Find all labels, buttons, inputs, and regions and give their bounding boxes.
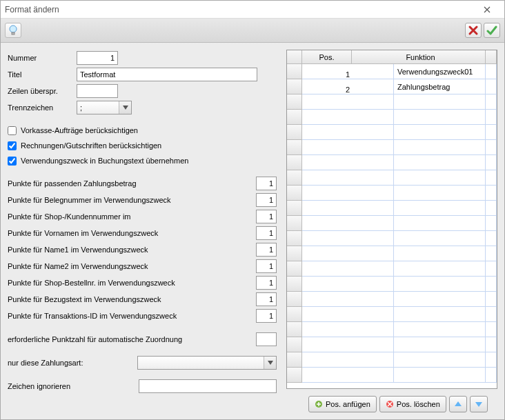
cell-func — [394, 110, 486, 125]
cell-last — [486, 201, 497, 216]
table-row — [287, 292, 497, 307]
cell-func — [394, 368, 486, 383]
table-row — [287, 337, 497, 352]
cell-last — [486, 277, 497, 292]
cell-pos — [302, 307, 394, 322]
row-header — [287, 140, 302, 155]
rechnungen-label: Rechnungen/Gutschriften berücksichtigen — [21, 141, 161, 150]
punkte-label: Punkte für Name1 im Verwendungszweck — [8, 246, 256, 254]
window-close-button[interactable] — [484, 6, 500, 13]
close-icon — [484, 6, 491, 13]
punkte-field[interactable] — [256, 309, 277, 323]
punkte-field[interactable] — [256, 177, 277, 190]
cell-pos[interactable]: 2 — [302, 79, 394, 94]
titel-field[interactable] — [77, 68, 257, 81]
row-header — [287, 110, 302, 125]
cell-func — [394, 186, 486, 201]
vorkasse-checkbox[interactable] — [8, 126, 17, 135]
cancel-button[interactable] — [465, 23, 482, 38]
table-row — [287, 277, 497, 292]
punkte-field[interactable] — [256, 243, 277, 257]
cell-pos — [302, 125, 394, 140]
punkte-list: Punkte für passenden ZahlungsbetragPunkt… — [8, 175, 277, 324]
punkte-row: Punkte für passenden Zahlungsbetrag — [8, 175, 277, 192]
row-header — [287, 170, 302, 186]
ignore-field[interactable] — [139, 379, 277, 393]
col-func-header[interactable]: Funktion — [352, 50, 486, 64]
add-icon — [315, 400, 323, 408]
nummer-field[interactable] — [77, 51, 118, 65]
zeilen-field[interactable] — [77, 84, 118, 98]
req-label: erforderliche Punktzahl für automatische… — [8, 335, 256, 343]
cell-last — [486, 292, 497, 307]
cell-func — [394, 292, 486, 307]
cell-pos — [302, 261, 394, 277]
punkte-label: Punkte für Vornamen im Verwendungszweck — [8, 229, 256, 237]
table-row — [287, 368, 497, 383]
cell-func — [394, 352, 486, 368]
cell-last — [486, 322, 497, 337]
table-row — [287, 231, 497, 246]
table-row — [287, 94, 497, 110]
cell-pos — [302, 322, 394, 337]
punkte-field[interactable] — [256, 210, 277, 223]
move-up-button[interactable] — [449, 396, 467, 412]
cell-pos — [302, 155, 394, 170]
col-pos-header[interactable]: Pos. — [302, 50, 352, 64]
cell-pos[interactable]: 1 — [302, 64, 394, 79]
cell-pos — [302, 231, 394, 246]
cell-last — [486, 352, 497, 368]
cell-func — [394, 125, 486, 140]
punkte-field[interactable] — [256, 259, 277, 273]
pos-append-button[interactable]: Pos. anfügen — [308, 396, 377, 412]
row-header — [287, 337, 302, 352]
pos-delete-button[interactable]: Pos. löschen — [379, 396, 446, 412]
cell-func — [394, 246, 486, 261]
zahlungsart-combo[interactable] — [137, 356, 277, 370]
punkte-field[interactable] — [256, 193, 277, 207]
row-header — [287, 125, 302, 140]
punkte-label: Punkte für Transaktions-ID im Verwendung… — [8, 312, 256, 320]
table-header: Pos. Funktion — [287, 50, 497, 64]
table-row — [287, 201, 497, 216]
row-header — [287, 261, 302, 277]
move-down-button[interactable] — [470, 396, 488, 412]
ok-button[interactable] — [484, 23, 500, 38]
cell-last — [486, 64, 497, 79]
row-header — [287, 201, 302, 216]
table-buttons: Pos. anfügen Pos. löschen — [286, 396, 497, 412]
row-header — [287, 322, 302, 337]
table-row[interactable]: 2Zahlungsbetrag — [287, 79, 497, 94]
hint-button[interactable] — [5, 23, 21, 38]
punkte-label: Punkte für passenden Zahlungsbetrag — [8, 179, 256, 188]
punkte-row: Punkte für Name1 im Verwendungszweck — [8, 241, 277, 258]
zahlungsart-label: nur diese Zahlungsart: — [8, 359, 97, 367]
req-field[interactable] — [256, 332, 277, 346]
row-header[interactable] — [287, 64, 302, 79]
cell-pos — [302, 170, 394, 186]
trenn-combo[interactable]: ; — [77, 101, 132, 114]
table-row — [287, 110, 497, 125]
cell-last — [486, 125, 497, 140]
titel-label: Titel — [8, 70, 77, 79]
punkte-field[interactable] — [256, 226, 277, 240]
arrow-down-icon — [475, 401, 483, 408]
punkte-field[interactable] — [256, 276, 277, 290]
cell-func[interactable]: Verwendungszweck01 — [394, 64, 486, 79]
cell-pos — [302, 186, 394, 201]
verwendungszweck-checkbox[interactable] — [8, 157, 17, 166]
table-row[interactable]: 1Verwendungszweck01 — [287, 64, 497, 79]
rechnungen-checkbox[interactable] — [8, 141, 17, 150]
table-row — [287, 140, 497, 155]
toolbar — [1, 19, 504, 43]
row-header — [287, 277, 302, 292]
punkte-field[interactable] — [256, 292, 277, 306]
table-body[interactable]: 1Verwendungszweck012Zahlungsbetrag — [287, 64, 497, 388]
cell-func[interactable]: Zahlungsbetrag — [394, 79, 486, 94]
cell-last — [486, 110, 497, 125]
cell-func — [394, 155, 486, 170]
table: Pos. Funktion 1Verwendungszweck012Zahlun… — [286, 50, 497, 389]
table-row — [287, 261, 497, 277]
row-header[interactable] — [287, 79, 302, 94]
delete-icon — [386, 400, 394, 408]
